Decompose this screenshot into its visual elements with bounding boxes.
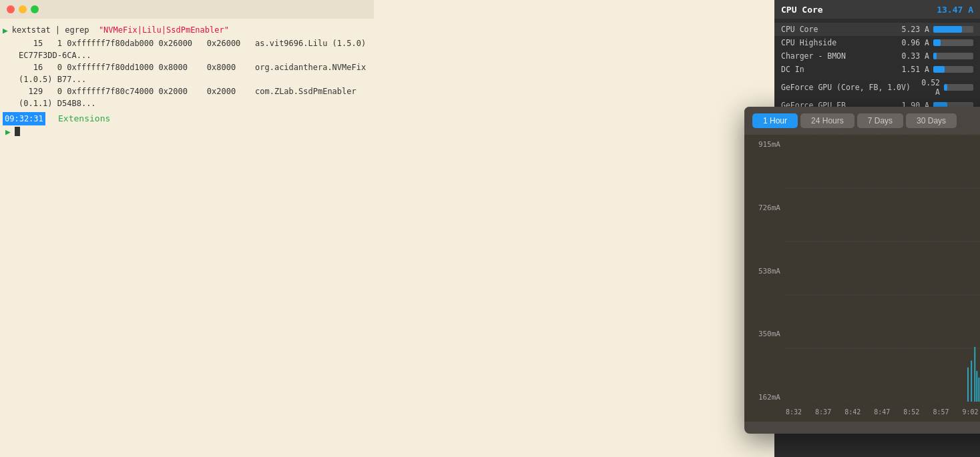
chart-svg: [783, 135, 980, 402]
stat-name: GeForce GPU (Core, FB, 1.0V): [781, 83, 911, 92]
stat-bar-bg: [933, 39, 973, 46]
svg-rect-20: [976, 371, 977, 402]
stats-title: CPU Core: [781, 5, 823, 15]
zoom-button[interactable]: [31, 5, 39, 13]
svg-rect-17: [967, 368, 969, 402]
close-button[interactable]: [7, 5, 15, 13]
stats-header-value: 13.47 A: [937, 5, 973, 15]
tab-24hours[interactable]: 24 Hours: [800, 113, 854, 128]
stat-value: 5.23 A: [895, 25, 929, 34]
stat-bar-fill: [933, 53, 937, 59]
x-label-6: 9:02: [962, 408, 978, 416]
terminal-content: ▶ kextstat | egrep "NVMeFix|Lilu|SsdPmEn…: [0, 19, 374, 143]
stat-value: 1.51 A: [895, 65, 929, 74]
table-row: 16 0 0xffffff7f80dd1000 0x8000 0x8000 or…: [3, 61, 371, 85]
terminal-titlebar: [0, 0, 374, 19]
x-label-5: 8:57: [933, 408, 949, 416]
y-label-2: 538mA: [747, 267, 780, 276]
tab-30days[interactable]: 30 Days: [906, 113, 957, 128]
stat-row[interactable]: GeForce GPU (Core, FB, 1.0V) 0.52 A: [774, 76, 980, 99]
prompt-arrow-2: ▶: [5, 125, 11, 139]
prompt-arrow: ▶: [3, 24, 8, 37]
cursor-line: ▶: [3, 125, 371, 139]
directory-label: Extensions: [58, 112, 110, 125]
table-row: 15 1 0xffffff7f80dab000 0x26000 0x26000 …: [3, 37, 371, 61]
cursor: [15, 127, 20, 136]
stat-name: DC In: [781, 65, 891, 74]
stat-value: 0.52 A: [915, 78, 940, 97]
stat-value: 0.96 A: [895, 38, 929, 47]
stat-bar-bg: [933, 53, 973, 59]
x-label-0: 8:32: [786, 408, 802, 416]
stat-row[interactable]: CPU Highside 0.96 A: [774, 36, 980, 49]
y-label-4: 162mA: [747, 393, 780, 402]
x-axis-labels: 8:32 8:37 8:42 8:47 8:52 8:57 9:02 9:07 …: [783, 402, 980, 422]
stat-bar-bg: [933, 66, 973, 73]
stat-bar-fill: [933, 39, 941, 46]
svg-rect-21: [978, 378, 979, 402]
y-label-0: 915mA: [747, 140, 780, 149]
svg-rect-19: [974, 347, 975, 402]
x-label-1: 8:37: [815, 408, 831, 416]
stat-bar-fill: [944, 84, 947, 91]
stat-row[interactable]: CPU Core 5.23 A: [774, 23, 980, 36]
timestamp-line: 09:32:31 Extensions: [3, 112, 371, 125]
stat-row[interactable]: DC In 1.51 A: [774, 63, 980, 76]
x-label-2: 8:42: [844, 408, 861, 416]
y-label-3: 350mA: [747, 330, 780, 338]
middle-area: 1 Hour 24 Hours 7 Days 30 Days Hide This…: [374, 0, 774, 457]
stat-name: CPU Highside: [781, 38, 891, 47]
stat-name: Charger - BMON: [781, 51, 891, 61]
stat-name: CPU Core: [781, 25, 891, 34]
minimize-button[interactable]: [19, 5, 27, 13]
table-row: 129 0 0xffffff7f80c74000 0x2000 0x2000 c…: [3, 85, 371, 109]
stat-row[interactable]: Charger - BMON 0.33 A: [774, 49, 980, 63]
stat-bar-bg: [933, 26, 973, 33]
svg-rect-18: [971, 360, 972, 402]
tab-1hour[interactable]: 1 Hour: [752, 113, 798, 128]
terminal-window: ▶ kextstat | egrep "NVMeFix|Lilu|SsdPmEn…: [0, 0, 374, 457]
stat-bar-fill: [933, 26, 962, 33]
chart-tabs: 1 Hour 24 Hours 7 Days 30 Days Hide This…: [744, 107, 980, 135]
stats-header: CPU Core 13.47 A: [774, 0, 980, 19]
y-label-1: 726mA: [747, 203, 780, 212]
stat-bar-bg: [944, 84, 973, 91]
command-text: kextstat | egrep "NVMeFix|Lilu|SsdPmEnab…: [12, 24, 229, 36]
stat-value: 0.33 A: [895, 51, 929, 61]
timestamp: 09:32:31: [3, 112, 45, 125]
chart-area: 915mA 726mA 538mA 350mA 162mA: [744, 135, 980, 422]
chart-svg-container: [783, 135, 980, 402]
y-axis-labels: 915mA 726mA 538mA 350mA 162mA: [744, 135, 783, 422]
command-line: ▶ kextstat | egrep "NVMeFix|Lilu|SsdPmEn…: [3, 24, 371, 37]
x-label-3: 8:47: [874, 408, 890, 416]
stat-bar-fill: [933, 66, 945, 73]
chart-panel: 1 Hour 24 Hours 7 Days 30 Days Hide This…: [744, 107, 980, 434]
tab-7days[interactable]: 7 Days: [857, 113, 903, 128]
x-label-4: 8:52: [903, 408, 919, 416]
